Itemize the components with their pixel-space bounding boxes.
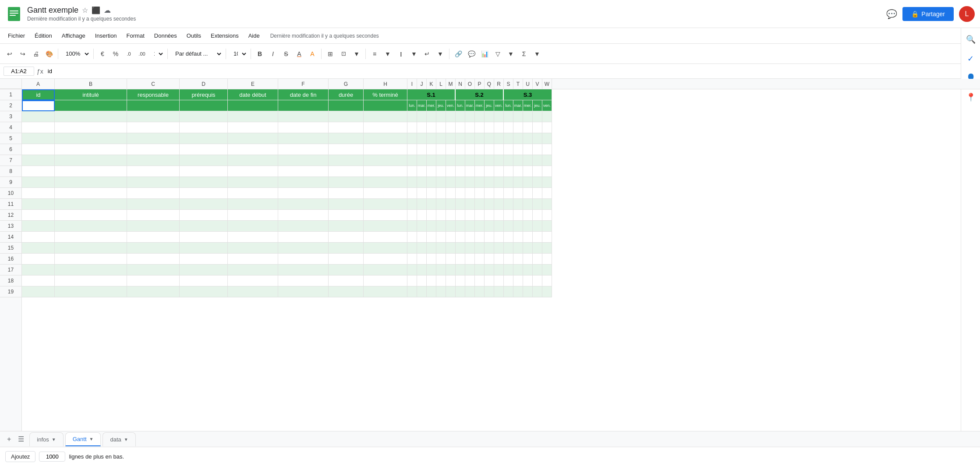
cell-E14[interactable]: [228, 232, 278, 243]
cell-V15[interactable]: [533, 243, 542, 254]
cell-P11[interactable]: [475, 199, 485, 210]
merge-button[interactable]: ⊡: [337, 48, 350, 60]
cell-Q16[interactable]: [485, 254, 494, 265]
cell-M7[interactable]: [446, 155, 456, 166]
cell-C5[interactable]: [127, 133, 180, 144]
cell-F17[interactable]: [278, 265, 329, 275]
cell-E18[interactable]: [228, 275, 278, 286]
cell-H19[interactable]: [364, 286, 407, 297]
cell-I12[interactable]: [407, 210, 417, 221]
cell-U12[interactable]: [523, 210, 533, 221]
cell-F6[interactable]: [278, 144, 329, 155]
cell-F11[interactable]: [278, 199, 329, 210]
cell-B4[interactable]: [55, 122, 127, 133]
cell-K15[interactable]: [427, 243, 436, 254]
cell-Q12[interactable]: [485, 210, 494, 221]
cell-B6[interactable]: [55, 144, 127, 155]
col-E[interactable]: E: [228, 79, 278, 89]
cell-R14[interactable]: [494, 232, 504, 243]
cell-T2[interactable]: mar.: [513, 100, 523, 111]
cell-H17[interactable]: [364, 265, 407, 275]
cell-R10[interactable]: [494, 188, 504, 199]
cell-K7[interactable]: [427, 155, 436, 166]
cell-J7[interactable]: [417, 155, 427, 166]
cell-K13[interactable]: [427, 221, 436, 232]
cell-E15[interactable]: [228, 243, 278, 254]
menu-affichage[interactable]: Affichage: [57, 31, 90, 41]
cell-I10[interactable]: [407, 188, 417, 199]
strikethrough-button[interactable]: S: [280, 48, 292, 60]
cell-E4[interactable]: [228, 122, 278, 133]
cell-K18[interactable]: [427, 275, 436, 286]
cell-G8[interactable]: [329, 166, 364, 177]
cell-I8[interactable]: [407, 166, 417, 177]
cell-N5[interactable]: [456, 133, 465, 144]
cell-G13[interactable]: [329, 221, 364, 232]
cell-T18[interactable]: [513, 275, 523, 286]
cell-U15[interactable]: [523, 243, 533, 254]
cell-C17[interactable]: [127, 265, 180, 275]
cell-O15[interactable]: [465, 243, 475, 254]
cell-H18[interactable]: [364, 275, 407, 286]
cell-M6[interactable]: [446, 144, 456, 155]
cell-L8[interactable]: [436, 166, 446, 177]
cell-G2[interactable]: [329, 100, 364, 111]
cell-A14[interactable]: [22, 232, 55, 243]
row-num-14[interactable]: 14: [0, 232, 21, 243]
cell-A7[interactable]: [22, 155, 55, 166]
col-A[interactable]: A: [22, 79, 55, 89]
cell-F5[interactable]: [278, 133, 329, 144]
cell-S1-header[interactable]: S.1: [407, 89, 456, 100]
cell-U5[interactable]: [523, 133, 533, 144]
cell-P4[interactable]: [475, 122, 485, 133]
cell-Q4[interactable]: [485, 122, 494, 133]
currency-button[interactable]: €: [96, 48, 109, 60]
cell-E8[interactable]: [228, 166, 278, 177]
cell-R9[interactable]: [494, 177, 504, 188]
filter-dropdown[interactable]: ▼: [505, 48, 517, 60]
cell-T5[interactable]: [513, 133, 523, 144]
cell-D17[interactable]: [180, 265, 228, 275]
cell-S3[interactable]: [504, 111, 513, 122]
col-N[interactable]: N: [456, 79, 465, 89]
cell-A16[interactable]: [22, 254, 55, 265]
cell-G17[interactable]: [329, 265, 364, 275]
cell-I15[interactable]: [407, 243, 417, 254]
cell-D19[interactable]: [180, 286, 228, 297]
cell-R12[interactable]: [494, 210, 504, 221]
cell-T16[interactable]: [513, 254, 523, 265]
cell-G12[interactable]: [329, 210, 364, 221]
cell-L3[interactable]: [436, 111, 446, 122]
cell-S19[interactable]: [504, 286, 513, 297]
paint-format-button[interactable]: 🎨: [43, 48, 55, 60]
cell-M19[interactable]: [446, 286, 456, 297]
cell-S2[interactable]: lun.: [504, 100, 513, 111]
cell-B3[interactable]: [55, 111, 127, 122]
cell-Q17[interactable]: [485, 265, 494, 275]
cell-D8[interactable]: [180, 166, 228, 177]
cell-W14[interactable]: [542, 232, 552, 243]
cell-P16[interactable]: [475, 254, 485, 265]
cell-R19[interactable]: [494, 286, 504, 297]
cell-B17[interactable]: [55, 265, 127, 275]
cell-I13[interactable]: [407, 221, 417, 232]
cell-J15[interactable]: [417, 243, 427, 254]
cell-A12[interactable]: [22, 210, 55, 221]
font-family-select[interactable]: Par défaut ...: [170, 48, 223, 60]
cell-V9[interactable]: [533, 177, 542, 188]
cell-T15[interactable]: [513, 243, 523, 254]
cell-N10[interactable]: [456, 188, 465, 199]
cell-H9[interactable]: [364, 177, 407, 188]
cell-V4[interactable]: [533, 122, 542, 133]
cell-J2[interactable]: mar.: [417, 100, 427, 111]
cell-T9[interactable]: [513, 177, 523, 188]
cell-S14[interactable]: [504, 232, 513, 243]
col-P[interactable]: P: [475, 79, 485, 89]
cell-C2[interactable]: [127, 100, 180, 111]
percent-button[interactable]: %: [110, 48, 122, 60]
chart-button[interactable]: 📊: [478, 48, 491, 60]
cell-Q3[interactable]: [485, 111, 494, 122]
cell-T7[interactable]: [513, 155, 523, 166]
cell-S2-header[interactable]: S.2: [456, 89, 504, 100]
cell-J6[interactable]: [417, 144, 427, 155]
